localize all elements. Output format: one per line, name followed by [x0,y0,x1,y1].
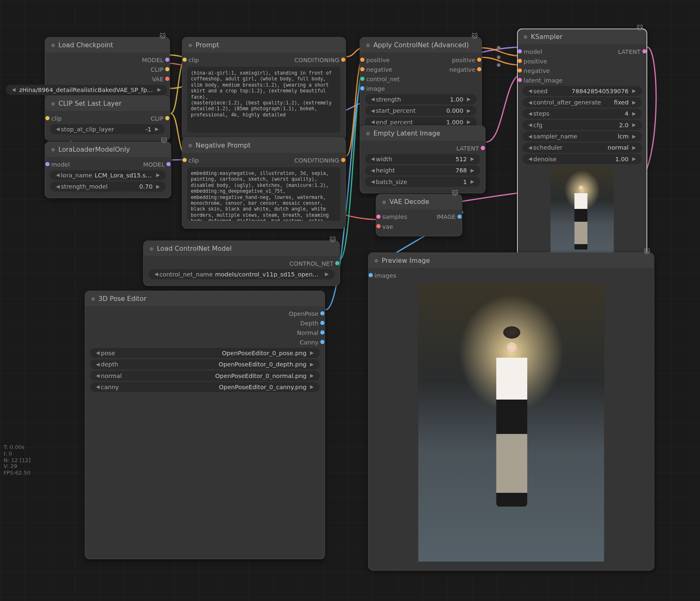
output-negative: negative [449,66,476,73]
prompt-textarea[interactable]: (hina-ai-girl:1, xxmixgirl), standing in… [187,67,340,132]
cat-icon: 🐱 [161,137,167,144]
node-header[interactable]: KSampler [518,29,647,44]
output-openpose: OpenPose [289,310,319,317]
ksampler-preview-thumbnail [550,167,614,262]
node-title: CLIP Set Last Layer [58,99,121,107]
canny-widget[interactable]: ◀cannyOpenPoseEditor_0_canny.png▶ [90,382,319,392]
node-header[interactable]: 3D Pose Editor [85,291,324,306]
node-pose-editor[interactable]: 3D Pose Editor OpenPose Depth Normal Can… [84,291,325,559]
cfg-widget[interactable]: ◀cfg2.0▶ [522,120,642,130]
output-latent: LATENT [618,48,641,55]
output-canny: Canny [299,339,319,345]
node-header[interactable]: Negative Prompt [183,138,345,153]
cat-icon: 🐱 [637,24,643,31]
height-widget[interactable]: ◀height768▶ [365,165,480,175]
node-header[interactable]: Prompt [183,38,345,53]
node-preview-image[interactable]: 🐱 Preview Image images [368,252,654,571]
node-vae-decode[interactable]: 🐱 VAE Decode samplesIMAGE vae [376,194,462,236]
node-prompt[interactable]: Prompt clip CONDITIONING (hina-ai-girl:1… [182,37,346,140]
seed-widget[interactable]: ◀seed788428540539076▶ [522,86,642,96]
input-negative: negative [366,66,392,73]
node-lora-loader[interactable]: 🐱 LoraLoaderModelOnly model MODEL ◀lora_… [45,141,171,198]
output-model: MODEL [142,56,164,63]
node-load-checkpoint[interactable]: 🐱 Load Checkpoint MODEL CLIP VAE ◀ zHina… [45,37,170,102]
node-ksampler[interactable]: 🐱 KSampler modelLATENT positive negative… [517,29,647,270]
control-net-name-widget[interactable]: ◀control_net_namemodels/control_v11p_sd1… [149,269,335,279]
cat-icon: 🐱 [452,190,458,196]
input-image: image [366,85,385,92]
input-latent: latent_image [524,77,562,83]
node-clip-set-last-layer[interactable]: CLIP Set Last Layer clip CLIP ◀stop_at_c… [45,95,170,141]
output-normal: Normal [297,329,319,336]
input-model: model [51,161,70,167]
node-title: 3D Pose Editor [99,295,147,303]
node-title: Empty Latent Image [373,129,440,137]
cat-icon: 🐱 [644,248,650,255]
input-positive: positive [524,58,547,64]
neg-prompt-textarea[interactable]: embedding:easynegative, illustration, 3d… [187,167,340,221]
svg-point-2 [497,63,501,67]
input-samples: samples [382,213,407,220]
strength-widget[interactable]: ◀strength1.00▶ [365,95,476,104]
node-header[interactable]: LoraLoaderModelOnly [45,142,170,157]
node-load-controlnet[interactable]: 🐱 Load ControlNet Model CONTROL_NET ◀con… [143,240,340,286]
output-depth: Depth [300,320,319,326]
lora-name-widget[interactable]: ◀lora_nameLCM_Lora_sd15.safetensors▶ [50,170,166,180]
node-header[interactable]: Empty Latent Image [360,126,485,141]
output-conditioning: CONDITIONING [294,56,340,63]
sampler-name-widget[interactable]: ◀sampler_namelcm▶ [522,131,642,141]
node-header[interactable]: Load ControlNet Model [144,241,339,256]
svg-point-0 [497,46,501,50]
input-controlnet: control_net [366,75,400,82]
width-widget[interactable]: ◀width512▶ [365,154,480,164]
arrow-left-icon[interactable]: ◀ [11,87,17,92]
input-negative: negative [524,67,550,74]
output-model: MODEL [143,161,164,167]
node-title: Prompt [196,41,219,49]
output-image: IMAGE [437,213,456,220]
scheduler-widget[interactable]: ◀schedulernormal▶ [522,143,642,153]
node-header[interactable]: Load Checkpoint [45,38,169,53]
node-title: Load Checkpoint [58,41,113,49]
node-title: LoraLoaderModelOnly [58,145,130,153]
node-title: Negative Prompt [196,141,251,149]
input-vae: vae [382,223,393,230]
node-header[interactable]: CLIP Set Last Layer [45,96,169,111]
preview-image-output [418,284,604,562]
output-clip: CLIP [151,66,164,73]
cat-icon: 🐱 [471,33,478,39]
output-latent: LATENT [456,145,479,151]
canvas-stats: T: 0.00s I: 0 N: 12 [12] V: 29 FPS:62.50 [4,444,31,476]
control-after-generate-widget[interactable]: ◀control_after_generatefixed▶ [522,97,642,107]
pose-widget[interactable]: ◀poseOpenPoseEditor_0_pose.png▶ [90,348,319,358]
node-empty-latent[interactable]: Empty Latent Image LATENT ◀width512▶ ◀he… [360,125,485,193]
cat-icon: 🐱 [330,236,336,243]
batch-size-widget[interactable]: ◀batch_size1▶ [365,177,480,187]
depth-widget[interactable]: ◀depthOpenPoseEditor_0_depth.png▶ [90,359,319,369]
node-apply-controlnet[interactable]: 🐱 Apply ControlNet (Advanced) positivepo… [360,37,482,133]
node-title: KSampler [531,33,562,41]
stop-at-clip-layer-widget[interactable]: ◀stop_at_clip_layer-1▶ [50,124,164,134]
node-header[interactable]: VAE Decode [377,194,462,209]
normal-widget[interactable]: ◀normalOpenPoseEditor_0_normal.png▶ [90,371,319,380]
input-images: images [374,272,396,279]
arrow-right-icon[interactable]: ▶ [156,87,162,92]
node-negative-prompt[interactable]: Negative Prompt clip CONDITIONING embedd… [182,137,346,228]
input-model: model [524,48,542,55]
node-header[interactable]: Apply ControlNet (Advanced) [360,38,481,53]
denoise-widget[interactable]: ◀denoise1.00▶ [522,154,642,164]
output-clip: CLIP [151,115,164,121]
ckpt-name-widget[interactable]: ◀ zHina/8964_detailRealisticBakedVAE_SP_… [6,85,167,95]
strength-model-widget[interactable]: ◀strength_model0.70▶ [50,182,166,191]
node-header[interactable]: Preview Image [369,253,654,268]
input-clip: clip [51,115,62,121]
start-percent-widget[interactable]: ◀start_percent0.000▶ [365,106,476,116]
input-clip: clip [188,56,199,63]
node-title: Load ControlNet Model [157,245,232,252]
steps-widget[interactable]: ◀steps4▶ [522,109,642,119]
input-clip: clip [188,157,199,163]
node-title: Apply ControlNet (Advanced) [373,41,468,49]
output-conditioning: CONDITIONING [294,157,340,163]
svg-point-1 [497,56,501,59]
cat-icon: 🐱 [159,33,166,39]
